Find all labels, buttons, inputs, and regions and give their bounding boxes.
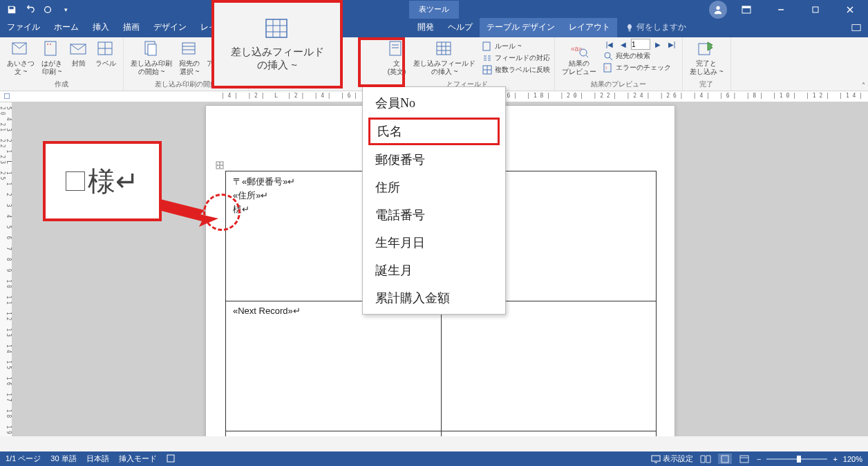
menu-item-birthday[interactable]: 生年月日 bbox=[363, 229, 505, 257]
postcard-button[interactable]: はがき 印刷 ~ bbox=[39, 39, 65, 77]
status-page[interactable]: 1/1 ページ bbox=[6, 454, 41, 464]
record-number-input[interactable] bbox=[631, 39, 650, 50]
select-recipients-button[interactable]: 宛先の 選択 ~ bbox=[176, 39, 202, 77]
undo-button[interactable] bbox=[22, 2, 37, 17]
svg-rect-49 bbox=[167, 455, 174, 462]
maximize-button[interactable] bbox=[800, 0, 831, 19]
status-bar: 1/1 ページ 30 単語 日本語 挿入モード 表示設定 − + 120% bbox=[0, 451, 868, 466]
print-layout-button[interactable] bbox=[718, 454, 732, 464]
last-record-button[interactable]: ▶| bbox=[666, 39, 678, 50]
svg-rect-30 bbox=[483, 42, 490, 50]
zoom-in-button[interactable]: + bbox=[833, 455, 837, 463]
insert-merge-field-button[interactable]: 差し込みフィールド の挿入 ~ bbox=[411, 39, 478, 77]
svg-line-38 bbox=[610, 57, 612, 60]
minimize-button[interactable] bbox=[766, 0, 796, 19]
quick-access-toolbar: ▾ bbox=[0, 2, 73, 17]
match-fields-button[interactable]: フィールドの対応 bbox=[482, 53, 550, 63]
share-button[interactable] bbox=[851, 23, 861, 35]
read-mode-button[interactable] bbox=[699, 454, 713, 464]
display-settings[interactable]: 表示設定 bbox=[651, 454, 693, 464]
label-button[interactable]: ラベル bbox=[93, 39, 119, 69]
start-merge-button[interactable]: 差し込み印刷 の開始 ~ bbox=[128, 39, 175, 77]
ribbon-display-button[interactable] bbox=[731, 0, 762, 19]
english-greeting-button[interactable]: 文 (英文) bbox=[384, 39, 409, 77]
tab-references[interactable]: 参考 bbox=[249, 18, 279, 37]
envelope-button[interactable]: 封筒 bbox=[66, 39, 91, 69]
svg-rect-3 bbox=[742, 6, 751, 8]
tab-file[interactable]: ファイル bbox=[0, 18, 47, 37]
annotation-zoom-callout: 様↵ bbox=[43, 141, 162, 221]
label-cell-5[interactable]: «Next Record»↵ bbox=[226, 431, 442, 437]
web-layout-button[interactable] bbox=[737, 454, 751, 464]
svg-rect-18 bbox=[182, 43, 195, 54]
ribbon: あいさつ 文 ~ はがき 印刷 ~ 封筒 ラベル 作成 差し込み印刷 の開始 ~… bbox=[0, 37, 868, 91]
svg-point-0 bbox=[45, 7, 51, 13]
status-mode[interactable]: 挿入モード bbox=[119, 454, 157, 464]
next-record-button[interactable]: ▶ bbox=[652, 39, 664, 50]
tab-layout[interactable]: レイアウト bbox=[194, 18, 249, 37]
prev-record-button[interactable]: ◀ bbox=[617, 39, 630, 50]
svg-rect-22 bbox=[390, 41, 401, 55]
svg-rect-5 bbox=[813, 7, 818, 12]
menu-item-address[interactable]: 住所 bbox=[363, 174, 505, 201]
svg-rect-52 bbox=[721, 456, 728, 463]
update-labels-button[interactable]: 複数ラベルに反映 bbox=[482, 65, 550, 75]
check-errors-button[interactable]: !エラーのチェック bbox=[603, 63, 678, 73]
svg-point-10 bbox=[47, 44, 48, 45]
group-start-merge: 差し込み印刷 の開始 ~ 宛先の 選択 ~ アドレス帳 の編集 差し込み印刷の開… bbox=[124, 37, 249, 91]
svg-point-35 bbox=[580, 49, 587, 56]
status-words[interactable]: 30 単語 bbox=[50, 454, 76, 464]
save-button[interactable] bbox=[4, 2, 19, 17]
svg-rect-7 bbox=[852, 25, 860, 31]
menu-item-name[interactable]: 氏名 bbox=[368, 118, 500, 145]
tab-design[interactable]: デザイン bbox=[147, 18, 194, 37]
svg-rect-53 bbox=[740, 456, 748, 463]
tab-developer[interactable]: 開発 bbox=[411, 18, 441, 37]
tab-help[interactable]: ヘルプ bbox=[441, 18, 480, 37]
qat-customize[interactable]: ▾ bbox=[58, 2, 73, 17]
preview-results-button[interactable]: «a»結果の プレビュー bbox=[559, 39, 599, 77]
label-cell-4[interactable]: ↵ bbox=[441, 301, 657, 431]
status-language[interactable]: 日本語 bbox=[86, 454, 109, 464]
menu-item-phone[interactable]: 電話番号 bbox=[363, 201, 505, 229]
tab-table-design[interactable]: テーブル デザイン bbox=[480, 18, 562, 37]
ribbon-tabs: ファイル ホーム 挿入 描画 デザイン レイアウト 参考 開発 ヘルプ テーブル… bbox=[0, 19, 868, 37]
tab-insert[interactable]: 挿入 bbox=[86, 18, 116, 37]
find-recipient-button[interactable]: 宛先の検索 bbox=[603, 51, 678, 61]
menu-item-member-no[interactable]: 会員No bbox=[363, 89, 505, 117]
zoom-slider[interactable] bbox=[766, 458, 827, 460]
rules-button[interactable]: ルール ~ bbox=[482, 41, 550, 51]
menu-item-birthmonth[interactable]: 誕生月 bbox=[363, 257, 505, 284]
first-record-button[interactable]: |◀ bbox=[603, 39, 616, 50]
greeting-button[interactable]: あいさつ 文 ~ bbox=[4, 39, 37, 77]
svg-text:«a»: «a» bbox=[571, 45, 583, 53]
account-icon[interactable] bbox=[709, 1, 727, 19]
title-bar: ▾ 表ツール bbox=[0, 0, 868, 19]
svg-rect-25 bbox=[437, 42, 451, 55]
svg-marker-48 bbox=[159, 199, 218, 227]
group-write-fields: 文 (英文) 差し込みフィールド の挿入 ~ ルール ~ フィールドの対応 複数… bbox=[380, 37, 555, 91]
ruler-corner bbox=[4, 93, 10, 99]
svg-rect-17 bbox=[148, 44, 156, 55]
label-cell-6[interactable]: «Next Record»↵ bbox=[441, 431, 657, 437]
tab-draw[interactable]: 描画 bbox=[116, 18, 147, 37]
tab-table-layout[interactable]: レイアウト bbox=[562, 18, 617, 37]
redo-button[interactable] bbox=[40, 2, 55, 17]
svg-rect-50 bbox=[652, 456, 660, 461]
finish-merge-button[interactable]: 完了と 差し込み ~ bbox=[687, 39, 726, 77]
zoom-out-button[interactable]: − bbox=[757, 455, 761, 463]
macro-icon[interactable] bbox=[167, 454, 175, 464]
tab-home[interactable]: ホーム bbox=[47, 18, 86, 37]
window-controls bbox=[709, 0, 868, 19]
menu-item-postal[interactable]: 郵便番号 bbox=[363, 146, 505, 174]
table-move-handle[interactable] bbox=[216, 161, 224, 169]
zoom-level[interactable]: 120% bbox=[843, 455, 862, 463]
tell-me[interactable]: 何をしますか bbox=[617, 18, 695, 37]
svg-point-37 bbox=[605, 53, 610, 58]
menu-item-total[interactable]: 累計購入金額 bbox=[363, 284, 505, 312]
vertical-ruler[interactable]: 5 4 3 2 1 L 1 1 2 3 4 5 6 7 8 9 10 11 12… bbox=[0, 102, 12, 436]
edit-recipients-button[interactable]: アドレス帳 の編集 bbox=[204, 39, 244, 77]
close-button[interactable] bbox=[835, 0, 865, 19]
collapse-ribbon-button[interactable]: ˄ bbox=[862, 82, 865, 89]
label-cell-3[interactable]: «Next Record»↵ bbox=[226, 301, 442, 431]
